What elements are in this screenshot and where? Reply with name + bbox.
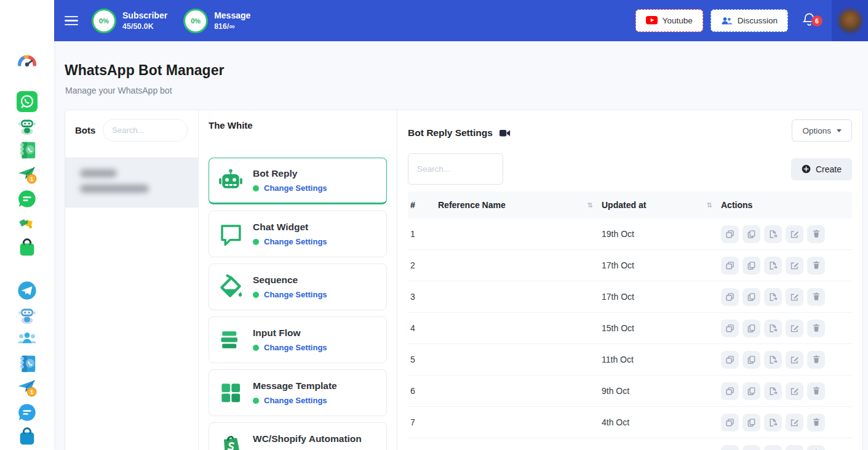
clone-action-button[interactable]: [721, 225, 739, 243]
table-search-input[interactable]: [408, 153, 503, 185]
bot-list-item-selected[interactable]: [65, 158, 198, 207]
export-action-button[interactable]: [764, 319, 782, 337]
telegram-broadcast-icon[interactable]: 1: [16, 377, 38, 399]
delete-action-button[interactable]: [807, 382, 825, 400]
clone-action-button[interactable]: [721, 414, 739, 432]
clone-action-button[interactable]: [721, 319, 739, 337]
change-settings-link[interactable]: Change Settings: [264, 290, 327, 299]
copy-action-button[interactable]: [743, 445, 760, 450]
telegram-bot-icon[interactable]: [16, 304, 38, 326]
bots-panel-title: Bots: [75, 125, 95, 135]
whatsapp-chat-icon[interactable]: [16, 188, 38, 211]
copy-action-button[interactable]: [743, 414, 760, 432]
delete-action-button[interactable]: [807, 319, 825, 337]
clone-action-button[interactable]: [721, 445, 739, 450]
clone-action-button[interactable]: [721, 288, 739, 306]
sort-icon[interactable]: ⇅: [587, 201, 593, 209]
export-action-button[interactable]: [764, 257, 782, 275]
edit-icon: [790, 324, 799, 333]
clone-action-button[interactable]: [721, 351, 739, 369]
telegram-icon[interactable]: [16, 279, 38, 302]
row-index: 2: [408, 260, 438, 270]
delete-action-button[interactable]: [807, 288, 825, 306]
dashboard-icon[interactable]: [16, 50, 38, 73]
whatsapp-contacts-icon[interactable]: [16, 140, 38, 162]
card-chat-widget[interactable]: Chat Widget Change Settings: [209, 211, 387, 257]
paint-bucket-icon: [217, 273, 245, 301]
export-action-button[interactable]: [764, 225, 782, 243]
export-action-button[interactable]: [764, 414, 782, 432]
card-title: Message Template: [253, 380, 337, 392]
card-wc-shopify-automation[interactable]: WC/Shopify Automation Change Settings: [209, 422, 387, 450]
edit-action-button[interactable]: [786, 319, 803, 337]
export-action-button[interactable]: [764, 382, 782, 400]
copy-action-button[interactable]: [743, 257, 760, 275]
copy-action-button[interactable]: [743, 225, 760, 243]
delete-action-button[interactable]: [807, 351, 825, 369]
edit-action-button[interactable]: [786, 445, 803, 450]
card-title: Sequence: [253, 275, 327, 286]
settings-title: Bot Reply Settings: [408, 127, 493, 139]
create-button[interactable]: Create: [791, 158, 852, 180]
export-icon: [768, 418, 778, 427]
card-input-flow[interactable]: Input Flow Change Settings: [209, 316, 387, 363]
edit-action-button[interactable]: [786, 225, 803, 243]
col-reference-name[interactable]: Reference Name ⇅: [438, 200, 602, 210]
card-bot-reply[interactable]: Bot Reply Change Settings: [209, 158, 387, 204]
notifications-button[interactable]: 6: [802, 12, 817, 30]
delete-action-button[interactable]: [807, 414, 825, 432]
card-title: Bot Reply: [253, 168, 327, 179]
col-updated-at[interactable]: Updated at ⇅: [602, 200, 721, 210]
copy-action-button[interactable]: [743, 288, 760, 306]
youtube-button[interactable]: Youtube: [635, 9, 703, 32]
trash-icon: [812, 387, 821, 395]
menu-toggle-icon[interactable]: [65, 16, 78, 25]
change-settings-link[interactable]: Change Settings: [264, 343, 327, 352]
copy-action-button[interactable]: [743, 382, 760, 400]
clone-action-button[interactable]: [721, 382, 739, 400]
export-action-button[interactable]: [764, 288, 782, 306]
export-action-button[interactable]: [764, 351, 782, 369]
whatsapp-broadcast-icon[interactable]: 1: [16, 164, 38, 186]
telegram-store-icon[interactable]: [16, 425, 38, 448]
plus-circle-icon: [802, 164, 811, 174]
row-index: 6: [408, 386, 438, 396]
card-message-template[interactable]: Message Template Change Settings: [209, 369, 387, 416]
delete-action-button[interactable]: [807, 225, 825, 243]
sort-icon[interactable]: ⇅: [707, 201, 712, 209]
card-sequence[interactable]: Sequence Change Settings: [209, 263, 387, 310]
telegram-group-icon[interactable]: [16, 328, 38, 350]
trash-icon: [812, 355, 821, 364]
whatsapp-bot-icon[interactable]: [16, 115, 38, 137]
trash-icon: [812, 261, 821, 270]
edit-icon: [790, 261, 799, 270]
telegram-chat-icon[interactable]: [16, 401, 38, 424]
whatsapp-store-icon[interactable]: [16, 237, 38, 259]
edit-action-button[interactable]: [786, 351, 803, 369]
whatsapp-icon[interactable]: [16, 91, 38, 113]
clone-icon: [725, 387, 735, 396]
telegram-contacts-icon[interactable]: [16, 353, 38, 375]
edit-action-button[interactable]: [786, 257, 803, 275]
options-button[interactable]: Options: [792, 119, 852, 142]
discussion-button[interactable]: Discussion: [711, 9, 788, 32]
table-row: 7 4th Oct: [408, 407, 852, 438]
copy-icon: [747, 261, 756, 270]
copy-action-button[interactable]: [743, 351, 760, 369]
delete-action-button[interactable]: [807, 445, 825, 450]
change-settings-link[interactable]: Change Settings: [264, 396, 327, 405]
svg-text:1: 1: [30, 389, 33, 396]
delete-action-button[interactable]: [807, 257, 825, 275]
table-row: 4 15th Oct: [408, 313, 852, 344]
bots-search-input[interactable]: [103, 119, 188, 142]
edit-action-button[interactable]: [786, 288, 803, 306]
user-menu-button[interactable]: [832, 0, 868, 41]
change-settings-link[interactable]: Change Settings: [264, 183, 327, 193]
clone-action-button[interactable]: [721, 257, 739, 275]
copy-action-button[interactable]: [743, 319, 760, 337]
export-action-button[interactable]: [764, 445, 782, 450]
whatsapp-integrations-icon[interactable]: [16, 212, 38, 235]
change-settings-link[interactable]: Change Settings: [264, 237, 327, 246]
edit-action-button[interactable]: [786, 414, 803, 432]
edit-action-button[interactable]: [786, 382, 803, 400]
